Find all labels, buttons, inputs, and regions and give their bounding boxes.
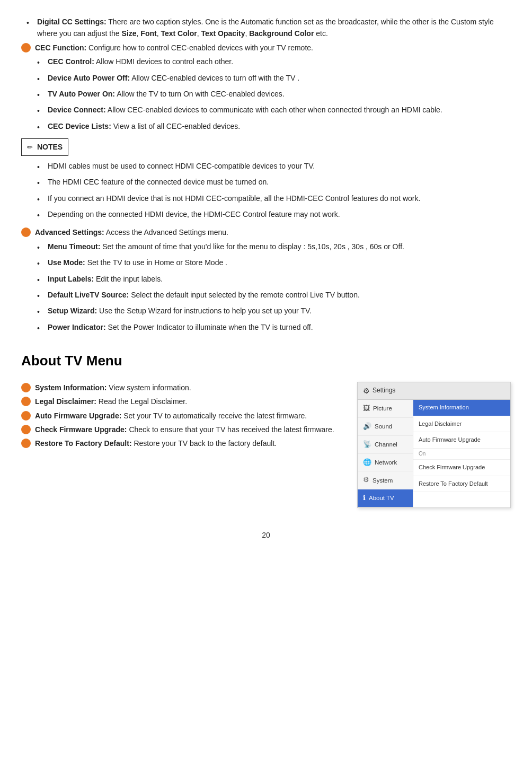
check-firmware-label: Check Firmware Upgrade:	[35, 425, 127, 434]
setup-wizard-item: • Setup Wizard: Use the Setup Wizard for…	[32, 305, 511, 318]
circle-bullet-advanced	[21, 227, 31, 237]
auto-firmware-label: Auto Firmware Upgrade:	[35, 411, 121, 420]
tv-menu-about-tv-label: About TV	[369, 493, 394, 503]
cec-device-lists-item: • CEC Device Lists: View a list of all C…	[32, 120, 511, 133]
use-mode-text: Use Mode: Set the TV to use in Home or S…	[48, 257, 511, 268]
tv-right-check-fw[interactable]: Check Firmware Upgrade	[413, 460, 510, 476]
setup-wizard-text: Setup Wizard: Use the Setup Wizard for i…	[48, 305, 511, 317]
circle-bullet-auto-fw	[21, 411, 31, 421]
notes-list: • HDMI cables must be used to connect HD…	[32, 160, 511, 222]
system-info-text: System Information: View system informat…	[35, 382, 191, 393]
note-bullet-4: •	[37, 209, 46, 221]
auto-firmware-item: Auto Firmware Upgrade: Set your TV to au…	[21, 410, 341, 422]
tv-settings-ui: ⚙ Settings 🖼 Picture 🔊 Sound 📡	[357, 382, 511, 508]
digital-cc-bold1: Size	[122, 29, 137, 38]
note-text-1: HDMI cables must be used to connect HDMI…	[48, 160, 511, 172]
bullet-cec-device-lists: •	[37, 121, 46, 133]
note-item-3: • If you connect an HDMI device that is …	[32, 192, 511, 205]
bullet-device-power: •	[37, 73, 46, 85]
picture-icon: 🖼	[363, 403, 370, 414]
bullet-device-connect: •	[37, 105, 46, 117]
about-tv-icon: ℹ	[363, 493, 366, 504]
restore-factory-label: Restore To Factory Default:	[35, 439, 132, 448]
restore-factory-item: Restore To Factory Default: Restore your…	[21, 437, 341, 449]
page-number-value: 20	[262, 531, 270, 539]
note-text-4: Depending on the connected HDMI device, …	[48, 208, 511, 220]
tv-menu-right: System Information Legal Disclaimer Auto…	[413, 400, 510, 507]
tv-settings-body: 🖼 Picture 🔊 Sound 📡 Channel 🌐 Network	[358, 400, 510, 507]
tv-right-legal[interactable]: Legal Disclaimer	[413, 416, 510, 433]
tv-right-legal-label: Legal Disclaimer	[419, 421, 462, 427]
advanced-settings-desc: Access the Advanced Settings menu.	[106, 228, 228, 237]
legal-disclaimer-text: Legal Disclaimer: Read the Legal Disclai…	[35, 396, 187, 407]
note-text-3: If you connect an HDMI device that is no…	[48, 192, 511, 204]
default-livetv-text: Default LiveTV Source: Select the defaul…	[48, 289, 511, 301]
cec-device-lists-text: CEC Device Lists: View a list of all CEC…	[48, 120, 511, 132]
circle-bullet-legal	[21, 397, 31, 406]
digital-cc-bold5: Background Color	[249, 29, 314, 38]
page-number: 20	[21, 529, 511, 541]
device-connect-item: • Device Connect: Allow CEC-enabled devi…	[32, 104, 511, 117]
tv-settings-title: Settings	[373, 386, 395, 396]
note-item-1: • HDMI cables must be used to connect HD…	[32, 160, 511, 173]
tv-menu-left: 🖼 Picture 🔊 Sound 📡 Channel 🌐 Network	[358, 400, 413, 507]
bullet-dot: •	[26, 17, 35, 29]
advanced-settings-item: Advanced Settings: Access the Advanced S…	[21, 226, 511, 238]
system-info-item: System Information: View system informat…	[21, 382, 341, 393]
note-item-4: • Depending on the connected HDMI device…	[32, 208, 511, 221]
tv-menu-channel-label: Channel	[375, 440, 397, 449]
digital-cc-end: etc.	[316, 29, 328, 38]
notes-title: NOTES	[37, 143, 63, 151]
tv-right-restore-label: Restore To Factory Default	[419, 480, 488, 487]
circle-bullet-cec	[21, 43, 31, 52]
about-tv-heading: About TV Menu	[21, 350, 511, 372]
tv-menu-about-tv[interactable]: ℹ About TV	[358, 489, 413, 507]
tv-auto-power-on-item: • TV Auto Power On: Allow the TV to turn…	[32, 88, 511, 101]
bullet-input-labels: •	[37, 274, 46, 286]
power-indicator-item: • Power Indicator: Set the Power Indicat…	[32, 321, 511, 334]
tv-auto-power-text: TV Auto Power On: Allow the TV to turn O…	[48, 88, 511, 100]
network-icon: 🌐	[363, 457, 371, 468]
cec-function-text: CEC Function: Configure how to control C…	[35, 42, 313, 54]
bullet-setup-wizard: •	[37, 306, 46, 318]
tv-right-system-info-label: System Information	[419, 404, 469, 410]
bullet-tv-power: •	[37, 89, 46, 101]
tv-right-system-info[interactable]: System Information	[413, 400, 510, 416]
digital-cc-settings-text: Digital CC Settings: There are two capti…	[37, 16, 511, 40]
note-item-2: • The HDMI CEC feature of the connected …	[32, 176, 511, 189]
check-firmware-item: Check Firmware Upgrade: Check to ensure …	[21, 424, 341, 435]
input-labels-text: Input Labels: Edit the input labels.	[48, 273, 511, 285]
menu-timeout-item: • Menu Timeout: Set the amount of time t…	[32, 241, 511, 253]
tv-menu-system[interactable]: ⚙ System	[358, 471, 413, 489]
circle-bullet-system-info	[21, 383, 31, 392]
system-info-desc: View system information.	[109, 383, 191, 392]
digital-cc-bold2: Font	[140, 29, 156, 38]
tv-menu-sound-label: Sound	[375, 422, 392, 431]
legal-disclaimer-desc: Read the Legal Disclaimer.	[99, 397, 187, 406]
restore-factory-text: Restore To Factory Default: Restore your…	[35, 437, 277, 449]
system-info-label: System Information:	[35, 383, 107, 392]
bullet-cec-control: •	[37, 57, 46, 68]
tv-menu-channel[interactable]: 📡 Channel	[358, 436, 413, 454]
tv-menu-system-label: System	[373, 476, 393, 485]
tv-right-auto-fw[interactable]: Auto Firmware Upgrade	[413, 432, 510, 449]
about-tv-container: System Information: View system informat…	[21, 382, 511, 508]
digital-cc-label: Digital CC Settings:	[37, 17, 107, 26]
tv-right-restore[interactable]: Restore To Factory Default	[413, 476, 510, 493]
tv-menu-sound[interactable]: 🔊 Sound	[358, 418, 413, 436]
tv-right-on-label: On	[419, 451, 425, 457]
channel-icon: 📡	[363, 439, 371, 450]
digital-cc-settings-item: • Digital CC Settings: There are two cap…	[21, 16, 511, 40]
notes-icon: ✏	[27, 143, 33, 151]
tv-menu-network[interactable]: 🌐 Network	[358, 454, 413, 472]
system-icon: ⚙	[363, 475, 369, 486]
menu-timeout-text: Menu Timeout: Set the amount of time tha…	[48, 241, 511, 252]
tv-right-auto-fw-label: Auto Firmware Upgrade	[419, 436, 481, 443]
cec-function-item: CEC Function: Configure how to control C…	[21, 42, 511, 54]
legal-disclaimer-item: Legal Disclaimer: Read the Legal Disclai…	[21, 396, 341, 407]
note-bullet-3: •	[37, 194, 46, 205]
cec-function-label: CEC Function:	[35, 43, 86, 52]
tv-right-check-fw-label: Check Firmware Upgrade	[419, 464, 485, 470]
tv-menu-picture[interactable]: 🖼 Picture	[358, 400, 413, 418]
check-firmware-text: Check Firmware Upgrade: Check to ensure …	[35, 424, 334, 435]
